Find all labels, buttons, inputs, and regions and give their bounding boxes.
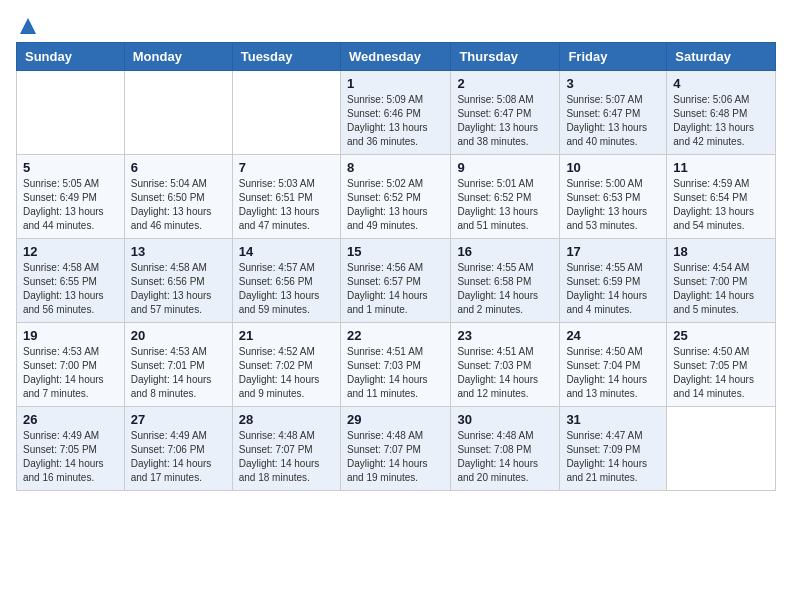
- day-info: Sunrise: 5:02 AM Sunset: 6:52 PM Dayligh…: [347, 177, 444, 233]
- day-info: Sunrise: 4:52 AM Sunset: 7:02 PM Dayligh…: [239, 345, 334, 401]
- calendar-cell: 24Sunrise: 4:50 AM Sunset: 7:04 PM Dayli…: [560, 323, 667, 407]
- day-info: Sunrise: 5:00 AM Sunset: 6:53 PM Dayligh…: [566, 177, 660, 233]
- day-number: 13: [131, 244, 226, 259]
- day-number: 3: [566, 76, 660, 91]
- day-number: 10: [566, 160, 660, 175]
- calendar-week-row: 19Sunrise: 4:53 AM Sunset: 7:00 PM Dayli…: [17, 323, 776, 407]
- calendar-cell: 25Sunrise: 4:50 AM Sunset: 7:05 PM Dayli…: [667, 323, 776, 407]
- calendar-cell: [124, 71, 232, 155]
- calendar-cell: 15Sunrise: 4:56 AM Sunset: 6:57 PM Dayli…: [340, 239, 450, 323]
- weekday-header: Tuesday: [232, 43, 340, 71]
- day-number: 7: [239, 160, 334, 175]
- calendar-cell: 21Sunrise: 4:52 AM Sunset: 7:02 PM Dayli…: [232, 323, 340, 407]
- calendar-cell: 12Sunrise: 4:58 AM Sunset: 6:55 PM Dayli…: [17, 239, 125, 323]
- day-number: 15: [347, 244, 444, 259]
- day-info: Sunrise: 4:53 AM Sunset: 7:00 PM Dayligh…: [23, 345, 118, 401]
- day-info: Sunrise: 4:48 AM Sunset: 7:08 PM Dayligh…: [457, 429, 553, 485]
- calendar-cell: 2Sunrise: 5:08 AM Sunset: 6:47 PM Daylig…: [451, 71, 560, 155]
- day-info: Sunrise: 4:50 AM Sunset: 7:05 PM Dayligh…: [673, 345, 769, 401]
- calendar-cell: 23Sunrise: 4:51 AM Sunset: 7:03 PM Dayli…: [451, 323, 560, 407]
- calendar-cell: 20Sunrise: 4:53 AM Sunset: 7:01 PM Dayli…: [124, 323, 232, 407]
- day-number: 14: [239, 244, 334, 259]
- day-info: Sunrise: 5:04 AM Sunset: 6:50 PM Dayligh…: [131, 177, 226, 233]
- day-info: Sunrise: 5:07 AM Sunset: 6:47 PM Dayligh…: [566, 93, 660, 149]
- day-info: Sunrise: 5:05 AM Sunset: 6:49 PM Dayligh…: [23, 177, 118, 233]
- day-info: Sunrise: 5:06 AM Sunset: 6:48 PM Dayligh…: [673, 93, 769, 149]
- weekday-header: Sunday: [17, 43, 125, 71]
- day-number: 23: [457, 328, 553, 343]
- weekday-header: Saturday: [667, 43, 776, 71]
- day-number: 25: [673, 328, 769, 343]
- day-number: 26: [23, 412, 118, 427]
- day-info: Sunrise: 5:03 AM Sunset: 6:51 PM Dayligh…: [239, 177, 334, 233]
- logo: [16, 16, 38, 36]
- calendar-cell: 18Sunrise: 4:54 AM Sunset: 7:00 PM Dayli…: [667, 239, 776, 323]
- calendar-cell: [17, 71, 125, 155]
- day-info: Sunrise: 4:57 AM Sunset: 6:56 PM Dayligh…: [239, 261, 334, 317]
- day-number: 6: [131, 160, 226, 175]
- page-header: [16, 16, 776, 36]
- day-info: Sunrise: 5:01 AM Sunset: 6:52 PM Dayligh…: [457, 177, 553, 233]
- day-info: Sunrise: 4:51 AM Sunset: 7:03 PM Dayligh…: [347, 345, 444, 401]
- calendar-cell: 8Sunrise: 5:02 AM Sunset: 6:52 PM Daylig…: [340, 155, 450, 239]
- calendar-week-row: 26Sunrise: 4:49 AM Sunset: 7:05 PM Dayli…: [17, 407, 776, 491]
- calendar-cell: 11Sunrise: 4:59 AM Sunset: 6:54 PM Dayli…: [667, 155, 776, 239]
- day-number: 12: [23, 244, 118, 259]
- day-info: Sunrise: 4:58 AM Sunset: 6:55 PM Dayligh…: [23, 261, 118, 317]
- day-number: 4: [673, 76, 769, 91]
- day-info: Sunrise: 4:55 AM Sunset: 6:59 PM Dayligh…: [566, 261, 660, 317]
- day-number: 11: [673, 160, 769, 175]
- day-number: 21: [239, 328, 334, 343]
- day-info: Sunrise: 4:53 AM Sunset: 7:01 PM Dayligh…: [131, 345, 226, 401]
- weekday-header: Friday: [560, 43, 667, 71]
- calendar-cell: 13Sunrise: 4:58 AM Sunset: 6:56 PM Dayli…: [124, 239, 232, 323]
- calendar-cell: [232, 71, 340, 155]
- day-info: Sunrise: 4:48 AM Sunset: 7:07 PM Dayligh…: [239, 429, 334, 485]
- calendar-table: SundayMondayTuesdayWednesdayThursdayFrid…: [16, 42, 776, 491]
- day-info: Sunrise: 4:56 AM Sunset: 6:57 PM Dayligh…: [347, 261, 444, 317]
- day-number: 27: [131, 412, 226, 427]
- day-number: 22: [347, 328, 444, 343]
- calendar-cell: 27Sunrise: 4:49 AM Sunset: 7:06 PM Dayli…: [124, 407, 232, 491]
- day-info: Sunrise: 4:50 AM Sunset: 7:04 PM Dayligh…: [566, 345, 660, 401]
- calendar-cell: 22Sunrise: 4:51 AM Sunset: 7:03 PM Dayli…: [340, 323, 450, 407]
- weekday-header: Wednesday: [340, 43, 450, 71]
- day-info: Sunrise: 4:49 AM Sunset: 7:05 PM Dayligh…: [23, 429, 118, 485]
- day-number: 2: [457, 76, 553, 91]
- day-number: 31: [566, 412, 660, 427]
- logo-icon: [18, 16, 38, 36]
- day-number: 1: [347, 76, 444, 91]
- calendar-cell: 9Sunrise: 5:01 AM Sunset: 6:52 PM Daylig…: [451, 155, 560, 239]
- day-number: 9: [457, 160, 553, 175]
- calendar-cell: 4Sunrise: 5:06 AM Sunset: 6:48 PM Daylig…: [667, 71, 776, 155]
- calendar-week-row: 5Sunrise: 5:05 AM Sunset: 6:49 PM Daylig…: [17, 155, 776, 239]
- day-number: 20: [131, 328, 226, 343]
- day-info: Sunrise: 4:49 AM Sunset: 7:06 PM Dayligh…: [131, 429, 226, 485]
- calendar-cell: 26Sunrise: 4:49 AM Sunset: 7:05 PM Dayli…: [17, 407, 125, 491]
- calendar-cell: 3Sunrise: 5:07 AM Sunset: 6:47 PM Daylig…: [560, 71, 667, 155]
- calendar-cell: 6Sunrise: 5:04 AM Sunset: 6:50 PM Daylig…: [124, 155, 232, 239]
- calendar-cell: 7Sunrise: 5:03 AM Sunset: 6:51 PM Daylig…: [232, 155, 340, 239]
- calendar-cell: 31Sunrise: 4:47 AM Sunset: 7:09 PM Dayli…: [560, 407, 667, 491]
- day-info: Sunrise: 4:58 AM Sunset: 6:56 PM Dayligh…: [131, 261, 226, 317]
- day-number: 5: [23, 160, 118, 175]
- calendar-cell: 10Sunrise: 5:00 AM Sunset: 6:53 PM Dayli…: [560, 155, 667, 239]
- day-number: 19: [23, 328, 118, 343]
- calendar-cell: 28Sunrise: 4:48 AM Sunset: 7:07 PM Dayli…: [232, 407, 340, 491]
- calendar-week-row: 1Sunrise: 5:09 AM Sunset: 6:46 PM Daylig…: [17, 71, 776, 155]
- calendar-cell: 14Sunrise: 4:57 AM Sunset: 6:56 PM Dayli…: [232, 239, 340, 323]
- calendar-cell: 29Sunrise: 4:48 AM Sunset: 7:07 PM Dayli…: [340, 407, 450, 491]
- day-number: 30: [457, 412, 553, 427]
- day-info: Sunrise: 5:09 AM Sunset: 6:46 PM Dayligh…: [347, 93, 444, 149]
- day-info: Sunrise: 5:08 AM Sunset: 6:47 PM Dayligh…: [457, 93, 553, 149]
- weekday-header: Thursday: [451, 43, 560, 71]
- day-number: 16: [457, 244, 553, 259]
- weekday-header: Monday: [124, 43, 232, 71]
- day-number: 29: [347, 412, 444, 427]
- day-number: 18: [673, 244, 769, 259]
- day-number: 28: [239, 412, 334, 427]
- calendar-cell: 5Sunrise: 5:05 AM Sunset: 6:49 PM Daylig…: [17, 155, 125, 239]
- weekday-header-row: SundayMondayTuesdayWednesdayThursdayFrid…: [17, 43, 776, 71]
- day-number: 8: [347, 160, 444, 175]
- day-number: 17: [566, 244, 660, 259]
